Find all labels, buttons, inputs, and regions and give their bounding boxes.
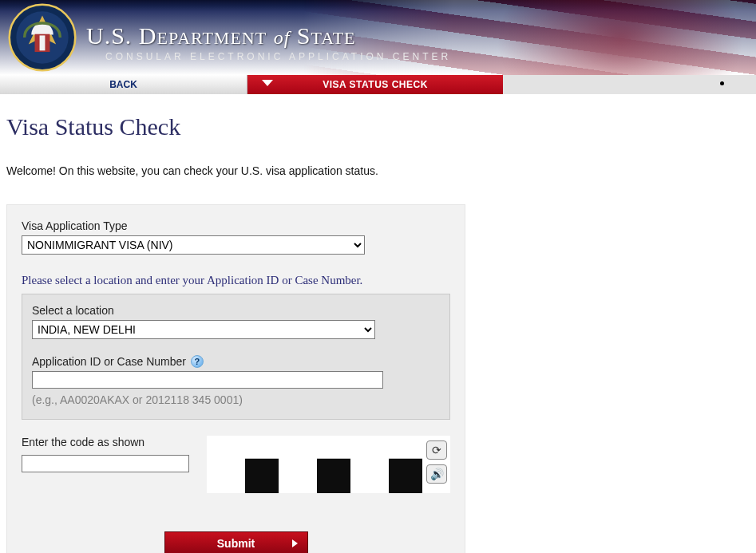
nav-bar: BACK VISA STATUS CHECK: [0, 75, 756, 94]
captcha-input[interactable]: [22, 455, 189, 472]
svg-rect-5: [45, 35, 49, 52]
captcha-code-shown: YJ63H: [207, 436, 450, 493]
appid-example: (e.g., AA0020AKAX or 2012118 345 0001): [32, 393, 440, 406]
nav-overflow-dot[interactable]: [720, 81, 724, 85]
audio-captcha-icon[interactable]: 🔊: [426, 464, 447, 484]
submit-button[interactable]: Submit: [164, 531, 308, 553]
us-seal-icon: [8, 3, 77, 72]
nav-back-label: BACK: [109, 79, 137, 90]
svg-rect-4: [35, 35, 39, 52]
captcha-image: YJ63H ⟳ 🔊: [207, 436, 450, 493]
page-title: Visa Status Check: [6, 113, 750, 140]
help-icon[interactable]: ?: [191, 355, 204, 368]
department-subtitle: CONSULAR ELECTRONIC APPLICATION CENTER: [105, 51, 451, 62]
captcha-label: Enter the code as shown: [22, 436, 189, 448]
form-instruction: Please select a location and enter your …: [22, 274, 450, 287]
nav-active-label: VISA STATUS CHECK: [323, 79, 428, 90]
appid-label: Application ID or Case Number: [32, 355, 186, 368]
welcome-text: Welcome! On this website, you can check …: [6, 164, 750, 177]
chevron-down-icon: [262, 80, 273, 86]
refresh-captcha-icon[interactable]: ⟳: [426, 440, 447, 460]
location-label: Select a location: [32, 304, 440, 317]
appid-input[interactable]: [32, 371, 383, 389]
location-appid-box: Select a location INDIA, NEW DELHI Appli…: [22, 294, 450, 420]
department-title: U.S. DEPARTMENT of STATE: [86, 22, 356, 49]
visa-type-label: Visa Application Type: [22, 219, 450, 232]
location-select[interactable]: INDIA, NEW DELHI: [32, 320, 375, 339]
visa-type-select[interactable]: NONIMMIGRANT VISA (NIV): [22, 235, 365, 255]
submit-label: Submit: [217, 537, 255, 550]
status-form-panel: Visa Application Type NONIMMIGRANT VISA …: [6, 204, 465, 553]
nav-spacer: [503, 75, 756, 94]
nav-active-tab[interactable]: VISA STATUS CHECK: [247, 75, 503, 94]
arrow-right-icon: [292, 539, 298, 547]
header-banner: U.S. DEPARTMENT of STATE CONSULAR ELECTR…: [0, 0, 756, 75]
nav-back[interactable]: BACK: [0, 75, 247, 94]
